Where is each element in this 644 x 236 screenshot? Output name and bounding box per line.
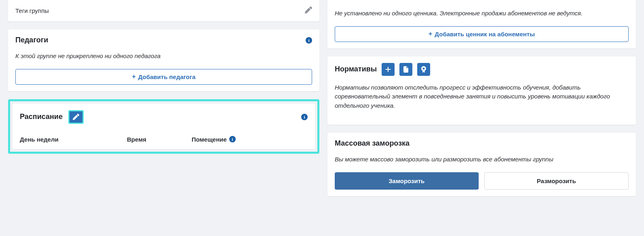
col-room-label: Помещение [192, 136, 227, 143]
tags-card: Теги группы [8, 0, 319, 21]
norm-file-button[interactable] [399, 63, 412, 76]
unfreeze-button[interactable]: Разморозить [484, 172, 629, 190]
schedule-header-row: День недели Время Помещение [20, 136, 308, 143]
freeze-title: Массовая заморозка [335, 139, 629, 148]
schedule-card: Расписание День недели Время Помещение [13, 104, 315, 149]
teachers-title: Педагоги [15, 36, 48, 44]
norms-title: Нормативы [335, 65, 377, 73]
schedule-title: Расписание [20, 110, 84, 124]
plus-icon: + [132, 73, 135, 80]
freeze-desc: Вы можете массово заморозить или разморо… [335, 155, 629, 164]
teachers-card: Педагоги К этой группе не прикреплено ни… [8, 29, 319, 91]
norms-desc: Нормативы позволяют отследить прогресс и… [335, 83, 629, 111]
col-day: День недели [20, 136, 127, 143]
col-time: Время [127, 136, 192, 143]
info-icon[interactable] [301, 114, 308, 120]
info-icon[interactable] [306, 37, 312, 44]
add-teacher-button[interactable]: + Добавить педагога [15, 69, 312, 85]
norm-badge-button[interactable] [417, 63, 430, 76]
add-teacher-label: Добавить педагога [138, 73, 196, 80]
add-norm-button[interactable] [382, 63, 395, 76]
pricing-empty: Не установлено ни одного ценника. Электр… [335, 9, 629, 18]
schedule-title-text: Расписание [20, 113, 63, 121]
schedule-highlight: Расписание День недели Время Помещение [8, 99, 319, 154]
tags-label: Теги группы [15, 7, 49, 14]
freeze-button[interactable]: Заморозить [335, 172, 479, 190]
edit-schedule-button[interactable] [68, 110, 84, 124]
teachers-empty: К этой группе не прикреплено ни одного п… [15, 52, 312, 61]
info-icon[interactable] [229, 136, 236, 142]
pricing-card: Не установлено ни одного ценника. Электр… [327, 0, 636, 48]
add-pricing-button[interactable]: + Добавить ценник на абонементы [335, 26, 629, 42]
freeze-card: Массовая заморозка Вы можете массово зам… [327, 133, 636, 196]
norms-card: Нормативы Нормативы позволяют отследить … [327, 56, 636, 125]
add-pricing-label: Добавить ценник на абонементы [435, 31, 535, 38]
plus-icon: + [429, 31, 432, 37]
col-room: Помещение [192, 136, 308, 143]
edit-tags-icon[interactable] [305, 6, 312, 15]
